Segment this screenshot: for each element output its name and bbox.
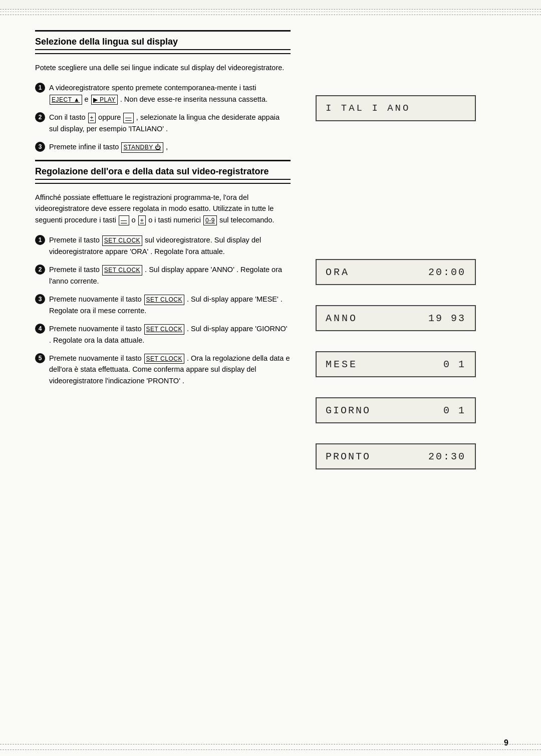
s2-item-text-1: Premete il tasto SET CLOCK sul videoregi… — [49, 234, 291, 257]
item-text-2: Con il tasto + oppure — , selezionate la… — [49, 112, 291, 134]
item-number-2: 2 — [35, 112, 45, 122]
item-text-3: Premete infine il tasto STANDBY ⏻ , — [49, 141, 291, 152]
section1-item-3: 3 Premete infine il tasto STANDBY ⏻ , — [35, 141, 291, 152]
top-decorative-line — [0, 9, 541, 15]
mese-display: MESE 0 1 — [316, 351, 476, 377]
minus-s2-label: — — [119, 215, 129, 226]
page: Selezione della lingua sul display Potet… — [0, 9, 541, 756]
ora-value: 20:00 — [428, 267, 466, 278]
right-column: I TAL I ANO ORA 20:00 ANNO 19 93 MESE — [306, 30, 511, 469]
pronto-display: PRONTO 20:30 — [316, 443, 476, 469]
section1-heading: Selezione della lingua sul display — [35, 37, 291, 50]
italiano-display: I TAL I ANO — [316, 95, 476, 121]
item-number-3: 3 — [35, 142, 45, 152]
setclock-4-label: SET CLOCK — [144, 324, 184, 335]
s2-item-number-3: 3 — [35, 294, 45, 304]
s2-item-text-3: Premete nuovamente il tasto SET CLOCK . … — [49, 294, 291, 316]
item-number-1: 1 — [35, 83, 45, 93]
giorno-label: GIORNO — [326, 405, 371, 416]
pronto-label: PRONTO — [326, 451, 371, 462]
minus-button-label: — — [123, 113, 134, 123]
giorno-display: GIORNO 0 1 — [316, 397, 476, 423]
ora-label: ORA — [326, 267, 350, 278]
section2-heading-rule — [35, 183, 291, 184]
s2-item-number-5: 5 — [35, 353, 45, 363]
bottom-decorative-line — [0, 744, 541, 750]
s2-item-text-2: Premete il tasto SET CLOCK . Sul display… — [49, 264, 291, 287]
section2-item-3: 3 Premete nuovamente il tasto SET CLOCK … — [35, 294, 291, 316]
section2-displays: ORA 20:00 ANNO 19 93 MESE 0 1 GIORNO 0 1 — [316, 259, 476, 469]
pronto-value: 20:30 — [428, 451, 466, 462]
giorno-value: 0 1 — [443, 405, 466, 416]
anno-value: 19 93 — [428, 313, 466, 324]
italiano-display-container: I TAL I ANO — [316, 95, 476, 121]
anno-label: ANNO — [326, 313, 358, 324]
anno-display: ANNO 19 93 — [316, 305, 476, 331]
section2-item-4: 4 Premete nuovamente il tasto SET CLOCK … — [35, 323, 291, 346]
s2-item-number-1: 1 — [35, 235, 45, 245]
section1-top-rule — [35, 30, 291, 32]
mese-label: MESE — [326, 359, 358, 370]
section1-heading-rule — [35, 53, 291, 54]
item-text-1: A videoregistratore spento premete conte… — [49, 82, 291, 105]
numeric-label: 0-9 — [203, 215, 217, 226]
setclock-5-label: SET CLOCK — [144, 354, 184, 364]
s2-item-text-5: Premete nuovamente il tasto SET CLOCK . … — [49, 353, 291, 386]
section1-block: Selezione della lingua sul display Potet… — [35, 30, 291, 153]
section1-item-2: 2 Con il tasto + oppure — , selezionate … — [35, 112, 291, 134]
section2-block: Regolazione dell'ora e della data sul vi… — [35, 160, 291, 387]
s2-item-text-4: Premete nuovamente il tasto SET CLOCK . … — [49, 323, 291, 346]
setclock-1-label: SET CLOCK — [102, 235, 142, 246]
s2-item-number-2: 2 — [35, 265, 45, 275]
setclock-2-label: SET CLOCK — [102, 265, 142, 276]
section1-paragraph: Potete scegliere una delle sei lingue in… — [35, 62, 291, 73]
standby-button-label: STANDBY ⏻ — [121, 142, 163, 153]
setclock-3-label: SET CLOCK — [144, 295, 184, 305]
eject-button-label: EJECT ▲ — [50, 95, 82, 105]
plus-s2-label: + — [138, 215, 146, 226]
section2-heading: Regolazione dell'ora e della data sul vi… — [35, 166, 291, 180]
section2-item-2: 2 Premete il tasto SET CLOCK . Sul displ… — [35, 264, 291, 287]
ora-display: ORA 20:00 — [316, 259, 476, 285]
italiano-display-label: I TAL I ANO — [326, 103, 410, 114]
section2-item-1: 1 Premete il tasto SET CLOCK sul videore… — [35, 234, 291, 257]
section2-top-rule — [35, 160, 291, 161]
section2-paragraph: Affinché possiate effettuare le registra… — [35, 192, 291, 225]
s2-item-number-4: 4 — [35, 324, 45, 334]
section1-item-1: 1 A videoregistratore spento premete con… — [35, 82, 291, 105]
section2-item-5: 5 Premete nuovamente il tasto SET CLOCK … — [35, 353, 291, 386]
left-column: Selezione della lingua sul display Potet… — [35, 30, 306, 469]
mese-value: 0 1 — [443, 359, 466, 370]
play-button-label: ▶ PLAY — [91, 95, 118, 105]
plus-button-label: + — [88, 113, 96, 123]
